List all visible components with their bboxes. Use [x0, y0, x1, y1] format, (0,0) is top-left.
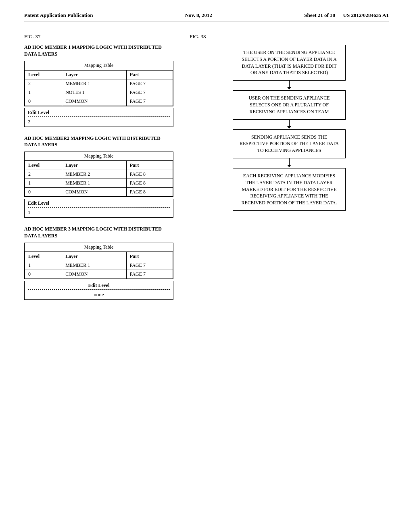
flow-box-4: EACH RECEIVING APPLIANCE MODIFIES THE LA…: [233, 168, 346, 211]
table-header-row: Level Layer Part: [25, 161, 173, 170]
flow-arrow-1: [287, 81, 291, 90]
table-cell: PAGE 7: [126, 97, 173, 106]
member2-table: Level Layer Part 2MEMBER 2PAGE 81MEMBER …: [25, 161, 173, 197]
member2-edit-level-value: 1: [28, 209, 170, 216]
member3-edit-level-label: Edit Level: [28, 283, 170, 290]
member3-edit-level-value: none: [28, 291, 170, 298]
col-layer: Layer: [62, 252, 127, 261]
table-row: 0COMMONPAGE 8: [25, 188, 173, 197]
member3-table-title: Mapping Table: [25, 243, 173, 252]
table-cell: PAGE 7: [126, 261, 173, 270]
flowchart: THE USER ON THE SENDING APPLIANCE SELECT…: [190, 45, 389, 211]
header-patent: US 2012/0284635 A1: [343, 12, 389, 18]
table-cell: PAGE 7: [126, 79, 173, 88]
table-cell: 1: [25, 88, 62, 97]
table-cell: COMMON: [62, 97, 127, 106]
table-row: 0COMMONPAGE 7: [25, 270, 173, 278]
table-row: 2MEMBER 1PAGE 7: [25, 79, 173, 88]
header-sheet-info: Sheet 21 of 38 US 2012/0284635 A1: [304, 12, 389, 19]
table-cell: 0: [25, 188, 62, 197]
fig38-title: FIG. 38: [190, 33, 389, 40]
member1-table-wrapper: Mapping Table Level Layer Part 2MEMBER 1…: [24, 61, 173, 106]
col-part: Part: [126, 70, 173, 79]
table-cell: PAGE 8: [126, 170, 173, 179]
member3-table: Level Layer Part 1MEMBER 1PAGE 70COMMONP…: [25, 252, 173, 279]
member3-block: AD HOC MEMBER 3 MAPPING LOGIC WITH DISTR…: [24, 226, 173, 300]
table-cell: MEMBER 1: [62, 179, 127, 188]
member1-block: AD HOC MEMBER 1 MAPPING LOGIC WITH DISTR…: [24, 44, 173, 127]
col-level: Level: [25, 161, 62, 170]
member3-edit-level: Edit Level none: [24, 281, 173, 300]
table-header-row: Level Layer Part: [25, 252, 173, 261]
member1-table: Level Layer Part 2MEMBER 1PAGE 71NOTES 1…: [25, 70, 173, 106]
table-cell: 1: [25, 179, 62, 188]
table-cell: PAGE 7: [126, 270, 173, 278]
col-part: Part: [126, 252, 173, 261]
table-row: 0COMMONPAGE 7: [25, 97, 173, 106]
col-level: Level: [25, 70, 62, 79]
table-header-row: Level Layer Part: [25, 70, 173, 79]
table-cell: PAGE 7: [126, 88, 173, 97]
table-cell: PAGE 8: [126, 188, 173, 197]
fig37-section: FIG. 37 AD HOC MEMBER 1 MAPPING LOGIC WI…: [24, 33, 173, 308]
col-layer: Layer: [62, 70, 127, 79]
header-sheet: Sheet 21 of 38: [304, 12, 335, 18]
member2-table-wrapper: Mapping Table Level Layer Part 2MEMBER 2…: [24, 152, 173, 197]
table-row: 1MEMBER 1PAGE 8: [25, 179, 173, 188]
table-cell: MEMBER 1: [62, 261, 127, 270]
col-level: Level: [25, 252, 62, 261]
page-header: Patent Application Publication Nov. 8, 2…: [24, 12, 389, 21]
member1-title: AD HOC MEMBER 1 MAPPING LOGIC WITH DISTR…: [24, 44, 173, 58]
fig37-title: FIG. 37: [24, 33, 173, 40]
flow-box-1: THE USER ON THE SENDING APPLIANCE SELECT…: [233, 45, 346, 81]
member3-title: AD HOC MEMBER 3 MAPPING LOGIC WITH DISTR…: [24, 226, 173, 239]
table-row: 1MEMBER 1PAGE 7: [25, 261, 173, 270]
member2-edit-level: Edit Level 1: [24, 199, 173, 218]
flow-box-3: SENDING APPLIANCE SENDS THE RESPECTIVE P…: [233, 129, 346, 158]
member1-table-title: Mapping Table: [25, 61, 173, 70]
table-cell: 0: [25, 97, 62, 106]
table-cell: COMMON: [62, 188, 127, 197]
member2-table-title: Mapping Table: [25, 152, 173, 161]
table-cell: NOTES 1: [62, 88, 127, 97]
member2-block: AD HOC MEMBER2 MAPPING LOGIC WITH DISTRI…: [24, 135, 173, 218]
table-row: 2MEMBER 2PAGE 8: [25, 170, 173, 179]
member2-title: AD HOC MEMBER2 MAPPING LOGIC WITH DISTRI…: [24, 135, 173, 149]
table-row: 1NOTES 1PAGE 7: [25, 88, 173, 97]
flow-box-2: USER ON THE SENDING APPLIANCE SELECTS ON…: [233, 90, 346, 119]
table-cell: 1: [25, 261, 62, 270]
col-part: Part: [126, 161, 173, 170]
table-cell: PAGE 8: [126, 179, 173, 188]
member1-edit-level-label: Edit Level: [28, 110, 170, 117]
table-cell: 2: [25, 170, 62, 179]
flow-arrow-3: [287, 158, 291, 168]
member1-edit-level-value: 2: [28, 118, 170, 125]
table-cell: COMMON: [62, 270, 127, 278]
member1-edit-level: Edit Level 2: [24, 108, 173, 127]
member3-table-wrapper: Mapping Table Level Layer Part 1MEMBER 1…: [24, 243, 173, 279]
col-layer: Layer: [62, 161, 127, 170]
table-cell: MEMBER 1: [62, 79, 127, 88]
table-cell: 2: [25, 79, 62, 88]
page: Patent Application Publication Nov. 8, 2…: [0, 0, 413, 532]
fig38-section: FIG. 38 THE USER ON THE SENDING APPLIANC…: [190, 33, 389, 308]
header-publication: Patent Application Publication: [24, 12, 93, 19]
table-cell: 0: [25, 270, 62, 278]
header-date: Nov. 8, 2012: [185, 12, 212, 19]
member2-edit-level-label: Edit Level: [28, 200, 170, 208]
flow-arrow-2: [287, 120, 291, 129]
main-content: FIG. 37 AD HOC MEMBER 1 MAPPING LOGIC WI…: [24, 33, 389, 308]
table-cell: MEMBER 2: [62, 170, 127, 179]
